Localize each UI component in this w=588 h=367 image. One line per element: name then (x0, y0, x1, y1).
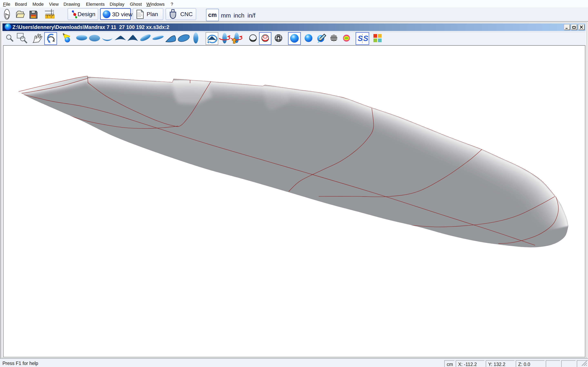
svg-text:S: S (363, 34, 368, 43)
svg-text:1: 1 (47, 16, 48, 18)
svg-text:0: 0 (51, 16, 52, 18)
svg-text:S: S (358, 34, 363, 43)
